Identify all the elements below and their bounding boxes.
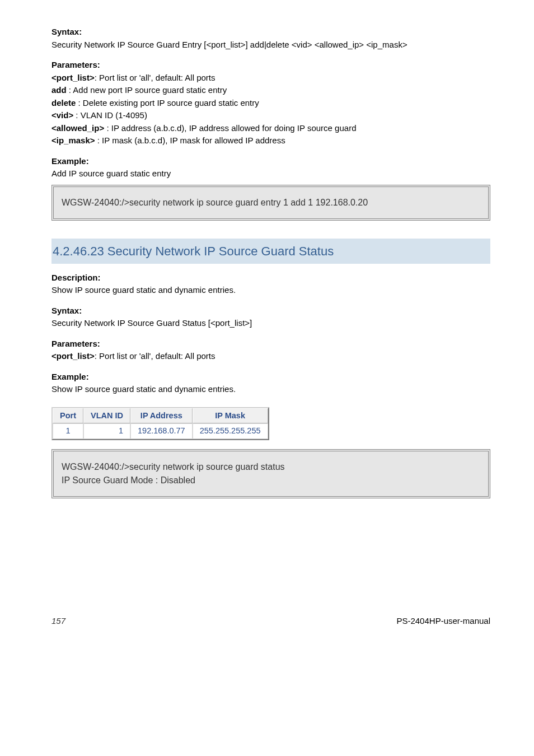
param-line: <port_list>: Port list or 'all', default… bbox=[51, 72, 490, 85]
parameters-label: Parameters: bbox=[51, 59, 490, 72]
cell-ip: 192.168.0.77 bbox=[130, 423, 193, 439]
page-content: Syntax: Security Network IP Source Guard… bbox=[0, 0, 534, 525]
param-desc: : Add new port IP source guard static en… bbox=[67, 85, 227, 95]
command-box: WGSW-24040:/>security network ip source … bbox=[51, 449, 490, 498]
description-label: Description: bbox=[51, 272, 490, 284]
ipsg-status-table: Port VLAN ID IP Address IP Mask 1 1 192.… bbox=[51, 407, 269, 441]
command-box: WGSW-24040:/>security network ip source … bbox=[51, 185, 490, 221]
cell-port: 1 bbox=[53, 423, 83, 439]
page-footer: 157 PS-2404HP-user-manual bbox=[0, 615, 534, 628]
manual-name: PS-2404HP-user-manual bbox=[396, 615, 490, 628]
page-number: 157 bbox=[51, 615, 65, 628]
param-tag: add bbox=[51, 85, 67, 95]
param-desc: : Port list or 'all', default: All ports bbox=[95, 351, 216, 361]
param-tag: <ip_mask> bbox=[51, 136, 95, 145]
col-ipmask: IP Mask bbox=[193, 408, 268, 424]
col-vlanid: VLAN ID bbox=[83, 408, 130, 424]
param-line: <ip_mask> : IP mask (a.b.c.d), IP mask f… bbox=[51, 134, 490, 147]
command-line: IP Source Guard Mode : Disabled bbox=[62, 474, 480, 487]
param-tag: <port_list> bbox=[51, 73, 95, 82]
table-row: 1 1 192.168.0.77 255.255.255.255 bbox=[53, 423, 268, 439]
param-desc: : Port list or 'all', default: All ports bbox=[95, 73, 216, 82]
syntax-label: Syntax: bbox=[51, 305, 490, 318]
example-sentence: Add IP source guard static entry bbox=[51, 167, 490, 180]
cell-vlan: 1 bbox=[83, 423, 130, 439]
param-line: delete : Delete existing port IP source … bbox=[51, 97, 490, 110]
syntax-label: Syntax: bbox=[51, 26, 490, 39]
param-tag: delete bbox=[51, 98, 76, 108]
col-port: Port bbox=[53, 408, 83, 424]
example-label: Example: bbox=[51, 371, 490, 384]
param-line: <vid> : VLAN ID (1-4095) bbox=[51, 109, 490, 122]
ipsg-status-table-wrap: Port VLAN ID IP Address IP Mask 1 1 192.… bbox=[51, 407, 490, 441]
param-desc: : IP mask (a.b.c.d), IP mask for allowed… bbox=[95, 136, 285, 145]
table-header-row: Port VLAN ID IP Address IP Mask bbox=[53, 408, 268, 424]
command-line: WGSW-24040:/>security network ip source … bbox=[62, 196, 480, 209]
col-ipaddress: IP Address bbox=[130, 408, 193, 424]
syntax-command: Security Network IP Source Guard Entry [… bbox=[51, 39, 490, 52]
section-heading-24623: 4.2.46.23 Security Network IP Source Gua… bbox=[51, 239, 490, 264]
section-24623-body: Description: Show IP source guard static… bbox=[51, 272, 490, 499]
cell-mask: 255.255.255.255 bbox=[193, 423, 268, 439]
param-line: <allowed_ip> : IP address (a.b.c.d), IP … bbox=[51, 122, 490, 135]
param-tag: <allowed_ip> bbox=[51, 123, 104, 133]
section-24622-fragment: Syntax: Security Network IP Source Guard… bbox=[51, 26, 490, 221]
example-label: Example: bbox=[51, 155, 490, 168]
param-line: add : Add new port IP source guard stati… bbox=[51, 84, 490, 97]
example-sentence: Show IP source guard static and dynamic … bbox=[51, 383, 490, 396]
parameters-label: Parameters: bbox=[51, 338, 490, 351]
param-desc: : VLAN ID (1-4095) bbox=[73, 110, 147, 120]
syntax-command: Security Network IP Source Guard Status … bbox=[51, 317, 490, 330]
param-desc: : IP address (a.b.c.d), IP address allow… bbox=[104, 123, 356, 133]
command-line: WGSW-24040:/>security network ip source … bbox=[62, 460, 480, 474]
description-text: Show IP source guard static and dynamic … bbox=[51, 284, 490, 297]
param-tag: <port_list> bbox=[51, 351, 95, 361]
param-line: <port_list>: Port list or 'all', default… bbox=[51, 350, 490, 363]
param-tag: <vid> bbox=[51, 110, 73, 120]
param-desc: : Delete existing port IP source guard s… bbox=[76, 98, 259, 108]
